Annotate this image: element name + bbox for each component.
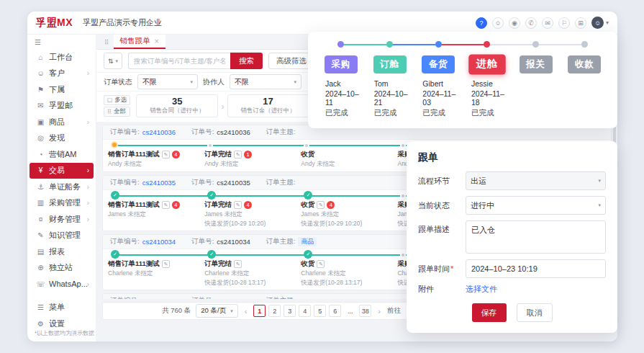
process-stage-select[interactable]: 出运 ▾ <box>466 171 606 190</box>
order-number-label: 订单号: <box>191 128 214 137</box>
sidebar-item-workbench[interactable]: ⌂工作台 <box>30 49 94 66</box>
page-size-select[interactable]: 20 条/页 ▾ <box>196 304 237 318</box>
page-button-38[interactable]: 38 <box>359 305 371 317</box>
order-theme-label: 订单主题: <box>266 237 296 246</box>
flow-stage-button[interactable]: 订舱 <box>373 55 407 73</box>
sidebar-item-finance[interactable]: ¤财务管理› <box>30 211 94 228</box>
tab-sales-followup[interactable]: 销售跟单 × <box>114 35 165 49</box>
grid-icon[interactable]: ⠿ <box>100 39 114 49</box>
stage-note: 快递发货(10-28 13:17) <box>204 279 301 287</box>
order-status-select[interactable]: 不限 ▾ <box>137 74 198 89</box>
sidebar-item-subordinates[interactable]: ⚑下属 <box>30 81 94 98</box>
chevron-down-icon[interactable]: ▾ <box>606 19 609 26</box>
order-no-link[interactable]: cs2410035 <box>142 179 176 187</box>
save-button[interactable]: 保存 <box>472 303 507 322</box>
notification-badge: 1 <box>244 151 252 158</box>
search-button[interactable]: 搜索 <box>230 53 263 69</box>
collaborator-select[interactable]: 不限 ▾ <box>230 74 301 89</box>
order-no-link[interactable]: cs2410034 <box>142 238 176 246</box>
collaborator-value: 不限 <box>235 77 249 87</box>
cancel-button[interactable]: 取消 <box>517 303 553 322</box>
help-icon[interactable]: ? <box>476 17 487 29</box>
page-button-6[interactable]: 6 <box>329 305 341 317</box>
select-all-toggle[interactable]: ⠿ 全部 <box>104 107 130 117</box>
page-button-4[interactable]: 4 <box>299 305 311 317</box>
chat-icon[interactable]: ✉ <box>542 17 553 29</box>
sidebar-item-independent-site[interactable]: ⊕独立站 <box>30 260 94 277</box>
sidebar-item-purchasing[interactable]: ▥采购管理› <box>30 195 94 212</box>
stage-dot-pending <box>400 193 406 199</box>
user-icon[interactable]: ☺ <box>492 17 504 29</box>
sidebar-item-label: 营销AM <box>49 149 89 160</box>
edit-icon[interactable]: ✎ <box>162 151 170 158</box>
edit-icon[interactable]: ✎ <box>234 151 242 158</box>
page-button-1[interactable]: 1 <box>253 305 266 317</box>
order-no-link[interactable]: cs2410036 <box>142 128 176 136</box>
stat-value: 17 <box>263 97 273 107</box>
edit-icon[interactable]: ✎ <box>162 260 170 268</box>
time-input[interactable] <box>466 259 606 278</box>
next-page-icon[interactable]: › <box>376 307 382 316</box>
page-button-3[interactable]: 3 <box>284 305 296 317</box>
current-status-select[interactable]: 进行中 ▾ <box>466 196 606 215</box>
sidebar-item-reports[interactable]: ▤报表 <box>30 243 94 260</box>
avatar[interactable]: ☺ <box>591 17 604 29</box>
customer-icon: ☺ <box>36 69 45 77</box>
choose-file-link[interactable]: 选择文件 <box>466 284 497 295</box>
flow-stage-button[interactable]: 备货 <box>422 55 455 73</box>
flow-status: 已完成 <box>317 108 366 118</box>
flow-stage-button[interactable]: 采购 <box>325 55 358 73</box>
sidebar-item-fumeng-mail[interactable]: ✉孚盟邮 <box>30 98 94 115</box>
page-button-5[interactable]: 5 <box>314 305 326 317</box>
description-textarea[interactable] <box>466 220 606 254</box>
flow-stage-button[interactable]: 报关 <box>520 55 553 73</box>
current-status-value: 进行中 <box>471 200 494 211</box>
flow-stage-4: 进舱Jessie2024–11–18已完成 <box>463 40 512 118</box>
close-icon[interactable]: × <box>155 37 159 45</box>
edit-icon[interactable]: ✎ <box>162 201 170 209</box>
search-input[interactable] <box>128 53 230 69</box>
followup-form-card: 跟单 流程环节 出运 ▾ 当前状态 进行中 ▾ 跟单描述 跟单时间* 附件 选择… <box>407 141 617 333</box>
edit-icon[interactable]: ✎ <box>234 201 242 209</box>
sidebar-collapse-icon[interactable]: ☰ <box>27 37 96 49</box>
timeline-stage: 销售订单111测试✎4James 未指定 <box>108 200 204 219</box>
sidebar-item-menu[interactable]: ☰菜单 <box>30 300 94 316</box>
sidebar-item-products[interactable]: ▣商品› <box>30 114 94 130</box>
edit-icon[interactable]: ✎ <box>234 260 242 268</box>
stage-assignee: James 未指定 <box>108 210 204 219</box>
edit-icon[interactable]: ✎ <box>317 260 325 268</box>
chevron-separator-icon: › <box>221 101 224 112</box>
stat-segment[interactable]: 17销售订金（进行中） <box>227 94 309 117</box>
order-no-link[interactable]: cs2410033 <box>142 297 176 299</box>
sidebar-item-marketing-am[interactable]: ◔营销AM <box>30 146 94 163</box>
grid-icon: ⠿ <box>107 109 112 115</box>
sidebar-item-label: 发现 <box>49 133 89 143</box>
stat-segment[interactable]: 35销售合同（进行中） <box>136 94 218 117</box>
multi-select-toggle[interactable]: ☐ 多选 <box>104 95 130 105</box>
page-button-2[interactable]: 2 <box>268 305 281 317</box>
sidebar-item-whatsapp[interactable]: ☏WhatsAp...› <box>30 276 94 292</box>
flow-stage-button[interactable]: 进舱 <box>468 55 506 75</box>
stage-title-row: 销售订单111测试✎4 <box>108 150 204 159</box>
search-type-dropdown[interactable]: ⇅ ▾ <box>104 53 122 69</box>
avatar-glyph: ☺ <box>594 19 601 27</box>
chevron-right-icon: › <box>87 166 89 174</box>
edit-icon[interactable]: ✎ <box>317 201 325 209</box>
bell-icon[interactable]: ⚐ <box>558 17 570 29</box>
sidebar-item-shipping-docs[interactable]: ⚓单证船务› <box>30 179 94 195</box>
whatsapp-icon[interactable]: ✆ <box>525 17 537 29</box>
prev-page-icon[interactable]: ‹ <box>243 307 249 316</box>
flow-status: 已完成 <box>414 108 463 118</box>
camera-icon[interactable]: ◉ <box>509 17 520 29</box>
stage-dot-done: ✓ <box>304 191 312 200</box>
flow-segment <box>390 44 439 45</box>
sidebar-item-label: 孚盟邮 <box>49 100 89 111</box>
sidebar-item-trade[interactable]: ¥交易› <box>30 163 94 179</box>
sidebar-item-customers[interactable]: ☺客户› <box>30 66 94 82</box>
flow-stage-button[interactable]: 收款 <box>568 55 601 73</box>
order-theme-tag[interactable]: 商品 <box>298 237 317 246</box>
sidebar-item-discover[interactable]: ◎发现 <box>30 130 94 147</box>
chevron-down-icon: ▾ <box>598 202 601 208</box>
sidebar-item-knowledge[interactable]: ✎知识管理 <box>30 228 94 244</box>
apps-icon[interactable]: ⊞ <box>575 17 586 29</box>
